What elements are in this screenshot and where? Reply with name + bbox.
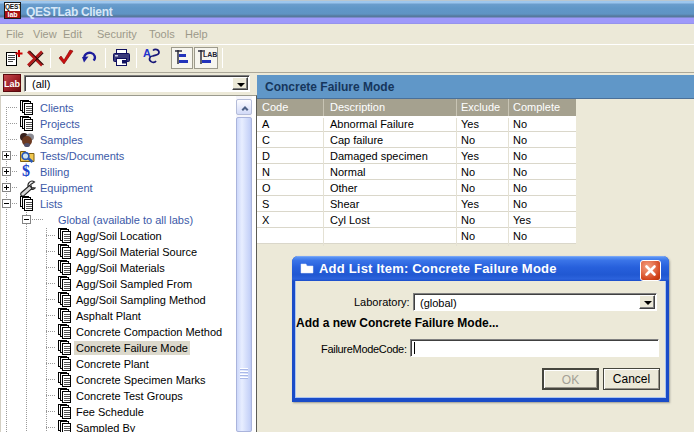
svg-text:$: $: [22, 163, 30, 179]
svg-text:LAB: LAB: [203, 51, 217, 58]
